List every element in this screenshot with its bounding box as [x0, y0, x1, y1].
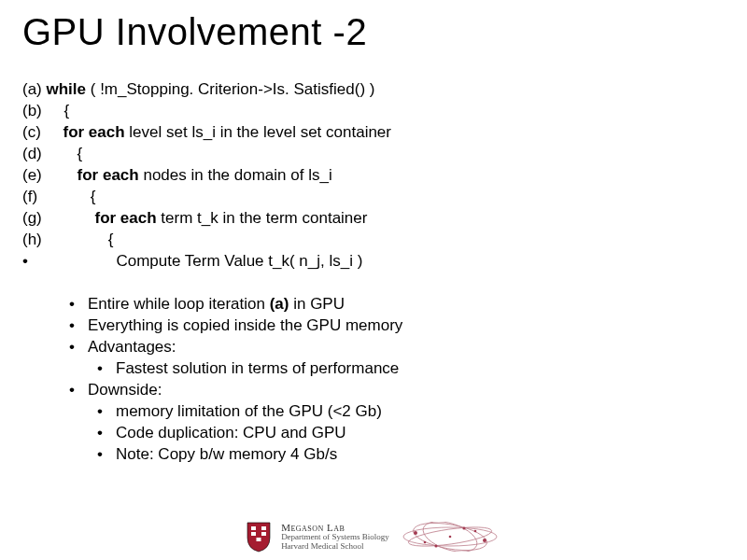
bullet-item: •Entire while loop iteration (a) in GPU — [41, 294, 725, 315]
svg-point-11 — [462, 526, 465, 529]
keyword: for each — [63, 123, 124, 141]
harvard-shield-icon — [246, 521, 272, 553]
bullet-subitem: •Fastest solution in terms of performanc… — [41, 358, 725, 380]
code-line-a: (a) while ( !m_Stopping. Criterion->Is. … — [22, 79, 725, 101]
line-label: (b) — [22, 101, 42, 122]
line-label: (d) — [22, 144, 42, 165]
bullet-list: •Entire while loop iteration (a) in GPU … — [22, 294, 725, 466]
code-block: (a) while ( !m_Stopping. Criterion->Is. … — [22, 79, 725, 272]
svg-rect-3 — [261, 532, 266, 536]
svg-point-13 — [449, 536, 452, 539]
code-line-f: (f) { — [22, 187, 725, 208]
code-line-d: (d) { — [22, 144, 725, 165]
svg-point-9 — [414, 531, 417, 535]
code-line-e: (e) for each nodes in the domain of ls_i — [22, 165, 725, 187]
code-line-i: • Compute Term Value t_k( n_j, ls_i ) — [22, 251, 725, 273]
page-title: GPU Involvement -2 — [22, 11, 725, 53]
bullet-item: •Downside: — [41, 380, 725, 401]
school-name: Harvard Medical School — [281, 542, 389, 552]
bullet-icon: • — [97, 358, 116, 380]
bullet-subitem: •Code duplication: CPU and GPU — [41, 423, 725, 444]
line-label: (h) — [22, 230, 42, 251]
keyword: for each — [78, 166, 139, 184]
bullet-subitem: •memory limitation of the GPU (<2 Gb) — [41, 401, 725, 423]
line-label: • — [22, 251, 28, 273]
bullet-icon: • — [69, 315, 88, 337]
line-label: (c) — [22, 122, 41, 144]
code-line-c: (c) for each level set ls_i in the level… — [22, 122, 725, 144]
line-label: (g) — [22, 208, 42, 230]
bullet-icon: • — [97, 401, 116, 423]
code-line-g: (g) for each term t_k in the term contai… — [22, 208, 725, 230]
line-label: (e) — [22, 165, 42, 187]
bullet-icon: • — [97, 423, 116, 444]
bullet-subitem: •Note: Copy b/w memory 4 Gb/s — [41, 444, 725, 466]
bullet-icon: • — [69, 380, 88, 401]
code-line-b: (b) { — [22, 101, 725, 122]
svg-point-10 — [483, 539, 486, 542]
svg-rect-0 — [251, 526, 256, 530]
svg-rect-4 — [257, 538, 261, 541]
svg-point-14 — [424, 541, 427, 544]
keyword: for each — [94, 209, 156, 227]
code-line-h: (h) { — [22, 230, 725, 251]
slide: GPU Involvement -2 (a) while ( !m_Stoppi… — [0, 0, 747, 466]
bullet-item: •Advantages: — [41, 337, 725, 358]
svg-rect-2 — [251, 532, 256, 536]
bullet-icon: • — [69, 294, 88, 315]
line-label: (f) — [22, 187, 37, 208]
footer-text: Megason Lab Department of Systems Biolog… — [281, 522, 389, 552]
svg-point-15 — [474, 530, 477, 533]
bullet-icon: • — [97, 444, 116, 466]
bullet-icon: • — [69, 337, 88, 358]
line-label: (a) — [22, 79, 42, 101]
bullet-item: •Everything is copied inside the GPU mem… — [41, 315, 725, 337]
svg-rect-1 — [261, 526, 266, 530]
svg-point-12 — [434, 544, 437, 547]
footer: Megason Lab Department of Systems Biolog… — [0, 521, 747, 553]
swirl-graphic-icon — [399, 522, 501, 552]
keyword: while — [47, 80, 87, 98]
